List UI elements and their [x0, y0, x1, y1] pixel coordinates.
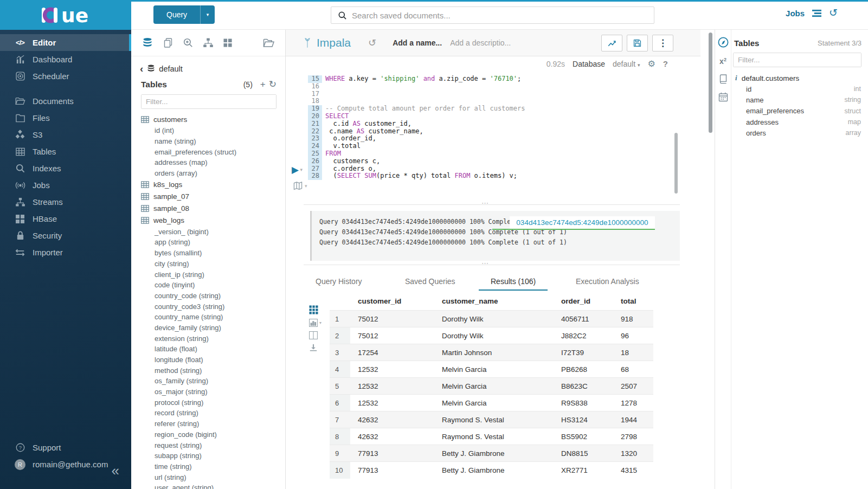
- column-item[interactable]: country_code (string): [141, 291, 285, 301]
- refresh-tables-icon[interactable]: ↻: [269, 80, 277, 89]
- assist-column-name[interactable]: namestring: [733, 94, 868, 105]
- code-line[interactable]: 17: [308, 91, 666, 98]
- query-button-label[interactable]: Query: [153, 5, 200, 24]
- column-item[interactable]: client_ip (string): [141, 269, 285, 280]
- query-name-field[interactable]: Add a name...: [393, 38, 442, 47]
- column-item[interactable]: method (string): [141, 365, 285, 376]
- sidebar-item-documents[interactable]: Documents: [0, 93, 131, 110]
- save-button[interactable]: [627, 35, 648, 52]
- table-row[interactable]: 317254Martin JohnsonI72T3918: [330, 344, 653, 361]
- jobs-list-icon[interactable]: [812, 9, 822, 18]
- presentation-mode-button[interactable]: ▾: [293, 181, 307, 190]
- column-header-customer_name[interactable]: customer_name: [434, 293, 554, 311]
- column-item[interactable]: app (string): [141, 237, 285, 248]
- query-id-link[interactable]: 034d413ec7474ed5:4249de1000000000: [510, 216, 655, 229]
- sidebar-item-security[interactable]: Security: [0, 227, 131, 244]
- settings-gear-icon[interactable]: ⚙: [647, 59, 655, 69]
- column-item[interactable]: latitude (float): [141, 344, 285, 355]
- column-item[interactable]: name (string): [141, 136, 285, 147]
- column-item[interactable]: email_preferences (struct): [141, 146, 285, 157]
- query-history-icon[interactable]: ↺: [829, 8, 838, 18]
- sidebar-item-s3[interactable]: S3: [0, 126, 131, 143]
- column-item[interactable]: user_agent (string): [141, 482, 285, 489]
- more-actions-button[interactable]: ⋮: [652, 35, 673, 52]
- collapse-sidebar-icon[interactable]: «: [112, 462, 119, 479]
- column-item[interactable]: subapp (string): [141, 451, 285, 461]
- code-line[interactable]: 27 c.orders o,: [308, 165, 666, 173]
- query-split-button[interactable]: Query ▾: [153, 5, 215, 24]
- execute-button[interactable]: ▶ ▾: [292, 164, 303, 176]
- sidebar-item-indexes[interactable]: Indexes: [0, 160, 131, 177]
- current-database[interactable]: default: [159, 65, 183, 73]
- resize-handle-dots[interactable]: ⋯: [481, 199, 490, 207]
- folder-open-icon[interactable]: [262, 37, 275, 49]
- editor-help-icon[interactable]: ?: [663, 59, 668, 68]
- add-table-icon[interactable]: +: [260, 80, 266, 89]
- code-line[interactable]: 16: [308, 83, 666, 91]
- sidebar-item-editor[interactable]: </>Editor: [0, 34, 131, 51]
- column-item[interactable]: extension (string): [141, 333, 285, 344]
- table-item-k8s_logs[interactable]: k8s_logs: [141, 178, 285, 190]
- column-item[interactable]: longitude (float): [141, 355, 285, 365]
- column-item[interactable]: protocol (string): [141, 397, 285, 408]
- sidebar-item-tables[interactable]: Tables: [0, 143, 131, 160]
- resize-divider-2[interactable]: [304, 265, 680, 265]
- column-item[interactable]: country_code3 (string): [141, 301, 285, 312]
- tab-execution-analysis[interactable]: Execution Analysis: [564, 273, 651, 291]
- column-header-order_id[interactable]: order_id: [554, 293, 613, 311]
- column-item[interactable]: device_family (string): [141, 323, 285, 333]
- editor-assistant-icon[interactable]: [717, 36, 729, 48]
- sidebar-item-streams[interactable]: Streams: [0, 194, 131, 210]
- table-row[interactable]: 742632Raymond S. VestalHS31241944: [330, 411, 653, 428]
- table-item-web_logs[interactable]: web_logs: [141, 214, 285, 226]
- code-line[interactable]: 15WHERE a.key = 'shipping' and a.zip_cod…: [308, 75, 666, 83]
- column-item[interactable]: id (int): [141, 125, 285, 136]
- column-item[interactable]: region_code (bigint): [141, 429, 285, 440]
- sidebar-item-hbase[interactable]: HBase: [0, 210, 131, 227]
- table-row[interactable]: 275012Dorothy WilkJ882C296: [330, 327, 653, 344]
- table-row[interactable]: 977913Betty J. GiambroneDN88151320: [330, 445, 653, 462]
- column-item[interactable]: _version_ (bigint): [141, 226, 285, 237]
- sql-code-editor[interactable]: 15WHERE a.key = 'shipping' and a.zip_cod…: [308, 75, 666, 180]
- documents-assist-icon[interactable]: [163, 37, 173, 48]
- column-item[interactable]: country_name (string): [141, 312, 285, 323]
- query-description-field[interactable]: Add a descriptio...: [450, 38, 511, 47]
- assist-column-orders[interactable]: ordersarray: [733, 127, 868, 138]
- columns-list-button[interactable]: [309, 331, 323, 339]
- functions-icon[interactable]: x2: [717, 57, 729, 66]
- back-chevron-icon[interactable]: ‹: [140, 65, 143, 73]
- sidebar-item-scheduler[interactable]: Scheduler: [0, 68, 131, 85]
- tab-query-history[interactable]: Query History: [304, 273, 374, 291]
- resize-handle-dots-2[interactable]: ⋯: [481, 259, 490, 267]
- table-row[interactable]: 612532Melvin GarciaR9S8381278: [330, 395, 653, 411]
- column-item[interactable]: record (string): [141, 408, 285, 419]
- chart-view-button[interactable]: ▾: [309, 319, 323, 327]
- resize-divider[interactable]: [304, 204, 680, 205]
- database-dropdown[interactable]: default ▾: [613, 60, 640, 68]
- column-header-customer_id[interactable]: customer_id: [350, 293, 434, 311]
- table-row[interactable]: 512532Melvin GarciaB8623C2507: [330, 378, 653, 395]
- assist-column-addresses[interactable]: addressesmap: [733, 117, 868, 127]
- sidebar-item-importer[interactable]: Importer: [0, 244, 131, 261]
- table-row[interactable]: 842632Raymond S. VestalBS59022798: [330, 428, 653, 445]
- apps-grid-assist-icon[interactable]: [223, 38, 233, 48]
- assist-column-email_preferences[interactable]: email_preferencesstruct: [733, 106, 868, 117]
- code-line[interactable]: 23 o.order_id,: [308, 135, 666, 143]
- column-item[interactable]: request (string): [141, 440, 285, 451]
- column-item[interactable]: time (string): [141, 461, 285, 472]
- sidebar-item-support[interactable]: ? Support: [0, 439, 131, 456]
- sidebar-item-dashboard[interactable]: Dashboard: [0, 51, 131, 68]
- column-item[interactable]: referer (string): [141, 419, 285, 429]
- code-line[interactable]: 25FROM: [308, 150, 666, 158]
- editor-scrollbar[interactable]: [674, 133, 678, 194]
- column-item[interactable]: addresses (map): [141, 157, 285, 168]
- column-header-total[interactable]: total: [613, 293, 653, 311]
- column-item[interactable]: code (tinyint): [141, 280, 285, 291]
- code-line[interactable]: 26 customers c,: [308, 158, 666, 165]
- table-row[interactable]: 175012Dorothy Wilk4056711918: [330, 311, 653, 327]
- sidebar-item-jobs[interactable]: Jobs: [0, 177, 131, 194]
- tables-filter-input[interactable]: [142, 95, 276, 108]
- editor-history-icon[interactable]: ↺: [368, 37, 376, 49]
- chart-type-caret[interactable]: ▾: [319, 320, 322, 325]
- hue-logo[interactable]: ue: [0, 0, 131, 30]
